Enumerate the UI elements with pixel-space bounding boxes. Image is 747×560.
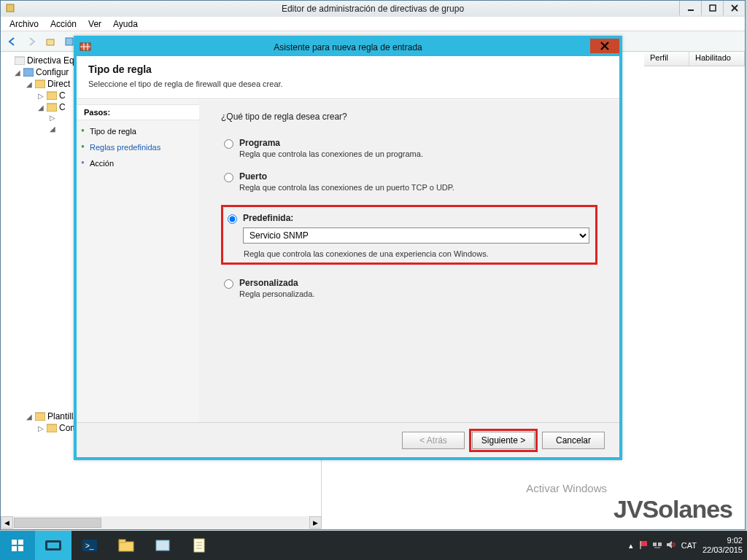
step-accion[interactable]: Acción bbox=[77, 155, 199, 171]
minimize-button[interactable] bbox=[679, 1, 701, 15]
menu-accion[interactable]: Acción bbox=[44, 18, 82, 31]
tray-date: 22/03/2015 bbox=[703, 545, 743, 555]
up-button[interactable] bbox=[42, 34, 59, 50]
wizard-content: ¿Qué tipo de regla desea crear? Programa… bbox=[199, 100, 619, 422]
tray-sound-icon[interactable] bbox=[665, 540, 676, 551]
wizard-close-button[interactable] bbox=[590, 39, 619, 53]
svg-text:>_: >_ bbox=[85, 542, 94, 550]
radio-predefinida[interactable] bbox=[228, 214, 237, 224]
steps-label: Pasos: bbox=[77, 104, 199, 120]
wizard-steps-pane: Pasos: Tipo de regla Reglas predefinidas… bbox=[77, 100, 199, 422]
tray-clock[interactable]: 9:02 22/03/2015 bbox=[703, 536, 743, 555]
option-programa-desc: Regla que controla las conexiones de un … bbox=[239, 149, 423, 158]
svg-rect-30 bbox=[156, 540, 169, 551]
maximize-button[interactable] bbox=[701, 1, 723, 15]
back-button[interactable]: < Atrás bbox=[402, 432, 465, 449]
menu-archivo[interactable]: Archivo bbox=[4, 18, 44, 31]
wizard-title: Asistente para nueva regla de entrada bbox=[274, 42, 422, 52]
menu-ver[interactable]: Ver bbox=[82, 18, 107, 31]
main-window-title: Editor de administración de directivas d… bbox=[282, 4, 464, 14]
radio-puerto[interactable] bbox=[224, 173, 233, 182]
option-personalizada-title: Personalizada bbox=[239, 278, 314, 288]
col-habilitado[interactable]: Habilitado bbox=[689, 52, 745, 66]
scroll-left-arrow[interactable]: ◀ bbox=[1, 516, 13, 529]
svg-rect-21 bbox=[18, 540, 23, 545]
svg-rect-9 bbox=[35, 80, 45, 88]
wizard-header-subtitle: Seleccione el tipo de regla de firewall … bbox=[88, 79, 608, 88]
svg-rect-7 bbox=[15, 57, 25, 65]
svg-rect-8 bbox=[23, 69, 34, 77]
next-button[interactable]: Siguiente > bbox=[472, 432, 535, 449]
option-predefinida-title: Predefinida: bbox=[243, 213, 589, 223]
app-icon bbox=[5, 3, 15, 13]
tray-network-icon[interactable] bbox=[652, 540, 662, 551]
option-puerto[interactable]: Puerto Regla que controla las conexiones… bbox=[221, 171, 597, 192]
wizard-header-title: Tipo de regla bbox=[88, 63, 608, 75]
back-button[interactable] bbox=[4, 34, 21, 50]
svg-rect-12 bbox=[35, 413, 45, 421]
svg-rect-22 bbox=[12, 546, 17, 551]
taskbar: >_ ▴ CAT 9:02 22/03/2015 bbox=[0, 531, 747, 560]
forward-button[interactable] bbox=[23, 34, 40, 50]
new-inbound-rule-wizard: Asistente para nueva regla de entrada Ti… bbox=[74, 36, 622, 460]
option-programa[interactable]: Programa Regla que controla las conexion… bbox=[221, 138, 597, 158]
menubar: Archivo Acción Ver Ayuda bbox=[1, 17, 745, 31]
tray-chevron-up-icon[interactable]: ▴ bbox=[629, 541, 633, 551]
svg-rect-38 bbox=[658, 542, 662, 546]
tray-time: 9:02 bbox=[703, 536, 743, 545]
predefined-highlight: Predefinida: Servicio SNMP Regla que con… bbox=[221, 205, 597, 265]
tray-flag-icon[interactable] bbox=[639, 540, 649, 551]
taskbar-item-explorer[interactable] bbox=[108, 531, 144, 560]
predefined-select[interactable]: Servicio SNMP bbox=[243, 228, 589, 244]
option-predefinida[interactable]: Predefinida: Servicio SNMP Regla que con… bbox=[225, 213, 589, 258]
svg-marker-40 bbox=[667, 541, 672, 548]
option-programa-title: Programa bbox=[239, 138, 423, 148]
system-tray: ▴ CAT 9:02 22/03/2015 bbox=[629, 531, 743, 560]
taskbar-item-notepad[interactable] bbox=[181, 531, 217, 560]
list-header: Perfil Habilitado bbox=[644, 52, 745, 66]
wizard-footer: < Atrás Siguiente > Cancelar bbox=[77, 422, 619, 457]
cancel-button[interactable]: Cancelar bbox=[542, 432, 605, 449]
taskbar-item-powershell[interactable]: >_ bbox=[71, 531, 108, 560]
close-button[interactable] bbox=[723, 1, 745, 15]
radio-personalizada[interactable] bbox=[224, 279, 233, 289]
tree-hscrollbar[interactable]: ◀ ▶ bbox=[1, 516, 322, 529]
option-puerto-desc: Regla que controla las conexiones de un … bbox=[239, 183, 454, 192]
radio-programa[interactable] bbox=[224, 139, 233, 149]
taskbar-item-server-manager[interactable] bbox=[35, 531, 71, 560]
scroll-thumb[interactable] bbox=[14, 518, 101, 528]
svg-rect-23 bbox=[18, 546, 23, 551]
svg-rect-10 bbox=[47, 92, 57, 100]
wizard-titlebar[interactable]: Asistente para nueva regla de entrada bbox=[77, 39, 619, 56]
option-personalizada-desc: Regla personalizada. bbox=[239, 289, 314, 298]
svg-rect-5 bbox=[47, 39, 54, 45]
col-perfil[interactable]: Perfil bbox=[644, 52, 689, 66]
tray-language[interactable]: CAT bbox=[681, 541, 697, 550]
svg-rect-29 bbox=[119, 540, 125, 542]
option-personalizada[interactable]: Personalizada Regla personalizada. bbox=[221, 278, 597, 298]
svg-rect-37 bbox=[653, 542, 657, 546]
svg-rect-11 bbox=[47, 104, 57, 112]
step-reglas-predefinidas[interactable]: Reglas predefinidas bbox=[77, 139, 199, 155]
svg-line-4 bbox=[732, 5, 738, 11]
svg-rect-6 bbox=[66, 38, 73, 45]
svg-rect-28 bbox=[119, 542, 133, 551]
main-titlebar: Editor de administración de directivas d… bbox=[1, 1, 745, 17]
wizard-header: Tipo de regla Seleccione el tipo de regl… bbox=[77, 56, 619, 99]
svg-rect-35 bbox=[640, 541, 647, 546]
wizard-prompt: ¿Qué tipo de regla desea crear? bbox=[221, 112, 597, 122]
firewall-icon bbox=[80, 41, 91, 52]
svg-rect-25 bbox=[47, 542, 59, 548]
svg-line-3 bbox=[732, 5, 738, 11]
svg-line-42 bbox=[672, 543, 675, 546]
option-predefinida-desc: Regla que controla las conexiones de una… bbox=[228, 249, 589, 258]
start-button[interactable] bbox=[0, 531, 35, 560]
taskbar-item-app[interactable] bbox=[144, 531, 181, 560]
scroll-right-arrow[interactable]: ▶ bbox=[309, 516, 322, 529]
menu-ayuda[interactable]: Ayuda bbox=[107, 18, 144, 31]
svg-rect-0 bbox=[7, 4, 14, 12]
svg-rect-2 bbox=[710, 5, 716, 11]
option-puerto-title: Puerto bbox=[239, 171, 454, 182]
step-tipo-de-regla[interactable]: Tipo de regla bbox=[77, 123, 199, 139]
svg-rect-20 bbox=[12, 540, 17, 545]
